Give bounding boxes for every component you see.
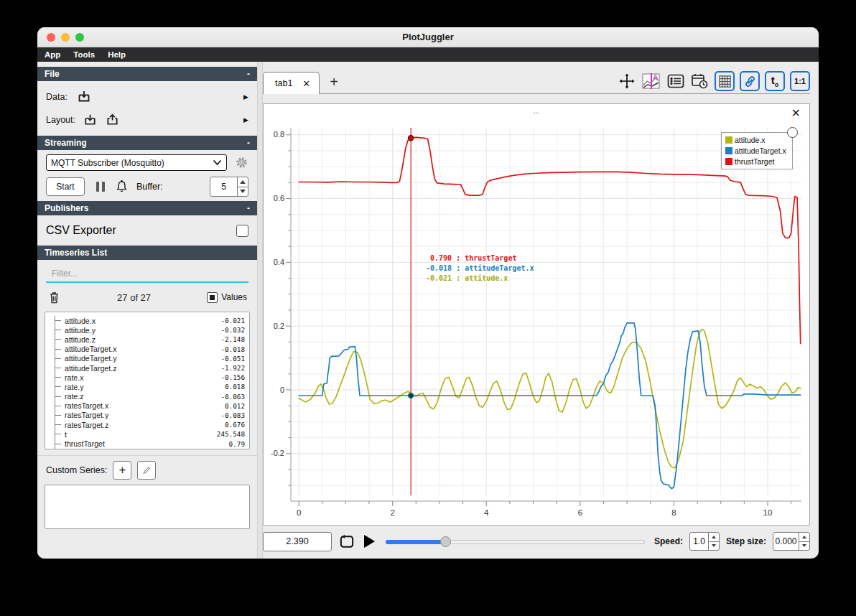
legend-item[interactable]: thrustTarget (725, 157, 786, 166)
add-tab-button[interactable]: + (330, 74, 338, 90)
trash-icon[interactable] (47, 290, 61, 305)
csv-exporter-label: CSV Exporter (46, 224, 116, 237)
custom-series-listbox[interactable] (45, 485, 250, 529)
timeseries-value: 0.012 (225, 402, 245, 410)
legend-swatch (725, 158, 732, 165)
plot-widget[interactable]: -0.200.20.40.60.80246810 ... ✕ attitude.… (263, 103, 810, 526)
svg-text:0.2: 0.2 (274, 322, 284, 330)
plot-legend[interactable]: attitude.xattitudeTarget.xthrustTarget (721, 132, 793, 169)
timeseries-row[interactable]: ratesTarget.x0.012 (55, 401, 245, 411)
legend-handle[interactable] (787, 127, 798, 138)
edit-custom-series-button[interactable] (137, 461, 156, 480)
section-header-streaming[interactable]: Streaming - (37, 136, 257, 150)
legend-swatch (725, 136, 732, 144)
filter-input[interactable] (46, 266, 248, 283)
plotjuggler-window: PlotJuggler App Tools Help File - Data: (37, 27, 819, 559)
timeseries-row[interactable]: rate.z-0.063 (55, 392, 245, 401)
timeseries-list[interactable]: attitude.x-0.021attitude.y-0.032attitude… (45, 312, 250, 449)
close-tab-icon[interactable]: ✕ (302, 78, 310, 89)
legend-item[interactable]: attitude.x (725, 136, 786, 144)
speed-down-button[interactable] (709, 541, 719, 551)
link-axes-icon[interactable] (740, 71, 760, 91)
collapse-icon[interactable]: - (247, 69, 250, 79)
svg-text:2: 2 (390, 508, 394, 517)
play-icon[interactable] (362, 533, 376, 549)
csv-exporter-checkbox[interactable] (236, 225, 248, 237)
collapse-icon[interactable]: - (247, 203, 250, 213)
panel-splitter[interactable] (257, 62, 263, 559)
close-plot-icon[interactable]: ✕ (791, 108, 801, 119)
layout-menu-arrow-icon[interactable]: ▶ (243, 116, 248, 123)
timeseries-value: -0.051 (220, 355, 245, 363)
layout-row: Layout: ▶ (46, 108, 248, 131)
left-sidebar: File - Data: ▶ Layout: (37, 62, 257, 559)
section-header-file[interactable]: File - (37, 67, 257, 81)
timeseries-row[interactable]: thrustTarget0.79 (55, 439, 245, 448)
layout-label: Layout: (46, 115, 75, 125)
streaming-source-select[interactable]: MQTT Subscriber (Mosquitto) (46, 154, 227, 171)
buffer-up-button[interactable] (238, 177, 248, 187)
current-time-box[interactable]: 2.390 (263, 532, 332, 551)
step-up-button[interactable] (799, 533, 809, 541)
timeseries-row[interactable]: rate.y0.018 (55, 382, 245, 391)
timeseries-name: ratesTarget.y (65, 411, 108, 419)
svg-text:0.6: 0.6 (274, 194, 284, 202)
section-header-timeseries[interactable]: Timeseries List (37, 246, 257, 260)
step-size-stepper[interactable]: 0.000 (773, 532, 810, 551)
curve-tracker-icon[interactable]: A (641, 72, 661, 91)
chevron-down-icon (213, 159, 222, 166)
minimize-window-button[interactable] (61, 33, 70, 42)
tab-tab1[interactable]: tab1 ✕ (263, 72, 320, 94)
timeseries-row[interactable]: attitudeTarget.z-1.922 (55, 363, 245, 373)
time-slider[interactable] (386, 532, 645, 551)
buffer-stepper[interactable]: 5 (210, 177, 248, 197)
bell-icon[interactable] (115, 179, 129, 194)
timeseries-row[interactable]: attitudeTarget.y-0.051 (55, 354, 245, 363)
section-header-publishers[interactable]: Publishers - (37, 201, 257, 215)
grid-layout-icon[interactable] (715, 71, 735, 91)
timeseries-row[interactable]: attitude.y-0.032 (55, 325, 245, 335)
timeseries-value: -0.156 (220, 373, 245, 381)
values-checkbox[interactable] (207, 292, 218, 303)
gear-icon[interactable] (235, 156, 248, 169)
load-data-icon[interactable] (76, 89, 92, 105)
tracker-readout: 0.790 : thrustTarget-0.018 : attitudeTar… (426, 253, 534, 284)
maximize-window-button[interactable] (75, 33, 84, 42)
timeseries-row[interactable]: t245.548 (55, 429, 245, 439)
menu-tools[interactable]: Tools (73, 50, 95, 59)
slider-handle[interactable] (440, 536, 451, 547)
datetime-icon[interactable] (690, 72, 710, 91)
timeseries-row[interactable]: ratesTarget.z0.676 (55, 420, 245, 429)
timeseries-row[interactable]: attitude.z-2.148 (55, 335, 245, 344)
list-view-icon[interactable] (666, 72, 685, 91)
menu-help[interactable]: Help (108, 50, 126, 59)
plot-pane: tab1 ✕ + (263, 62, 810, 559)
timeseries-value: 245.548 (217, 430, 245, 438)
load-layout-icon[interactable] (83, 113, 98, 128)
timeseries-name: ratesTarget.x (65, 401, 108, 410)
start-button[interactable]: Start (46, 177, 85, 196)
values-label: Values (221, 292, 247, 302)
buffer-down-button[interactable] (238, 187, 248, 197)
timeseries-row[interactable]: rate.x-0.156 (55, 373, 245, 382)
legend-item[interactable]: attitudeTarget.x (725, 146, 786, 155)
pause-icon[interactable] (96, 182, 105, 192)
speed-up-button[interactable] (709, 533, 719, 541)
timeseries-row[interactable]: ratesTarget.y-0.083 (55, 411, 245, 420)
step-down-button[interactable] (799, 541, 809, 551)
speed-stepper[interactable]: 1.0 (689, 532, 720, 551)
close-window-button[interactable] (47, 33, 55, 42)
data-menu-arrow-icon[interactable]: ▶ (243, 93, 248, 101)
add-custom-series-button[interactable]: + (113, 461, 131, 480)
timeseries-row[interactable]: attitude.x-0.021 (55, 316, 245, 325)
pan-zoom-icon[interactable] (617, 72, 636, 91)
save-layout-icon[interactable] (105, 113, 120, 128)
timeseries-row[interactable]: attitudeTarget.x-0.018 (55, 345, 245, 354)
ratio-one-to-one-icon[interactable]: 1:1 (790, 71, 810, 91)
collapse-icon[interactable]: - (247, 138, 250, 148)
menu-app[interactable]: App (45, 50, 60, 59)
loop-icon[interactable] (338, 533, 355, 550)
timeseries-value: -0.063 (220, 393, 245, 401)
time-offset-icon[interactable]: to (765, 71, 785, 91)
svg-text:0.4: 0.4 (274, 258, 284, 266)
